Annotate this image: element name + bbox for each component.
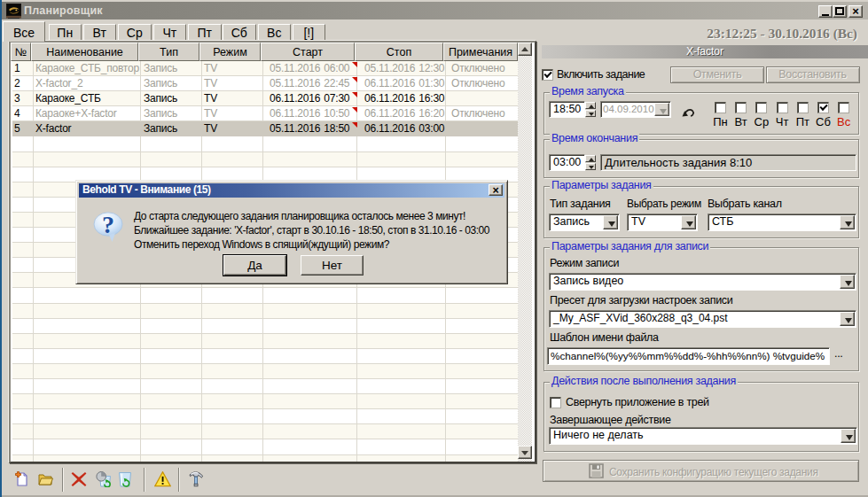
- svg-text:?: ?: [102, 212, 114, 238]
